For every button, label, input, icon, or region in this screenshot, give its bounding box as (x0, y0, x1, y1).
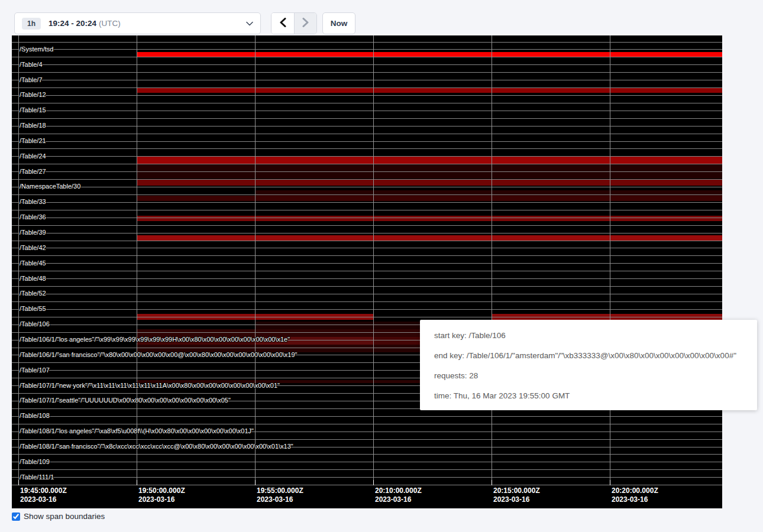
row-label: /Table/33 (20, 198, 46, 206)
tooltip-end-key: end key: /Table/106/1/"amsterdam"/"\xb33… (434, 346, 743, 366)
axis-tick (373, 480, 374, 485)
row-label: /Table/108/1/"los angeles"/"\xa8\xf5\u00… (20, 427, 254, 435)
next-time-button[interactable] (294, 13, 316, 34)
row-label: /Table/21 (20, 137, 46, 145)
show-span-boundaries-checkbox[interactable] (12, 512, 20, 521)
heat-band (137, 179, 722, 186)
heat-band (137, 196, 722, 201)
row-label: /System/tsd (20, 46, 53, 53)
heat-band (137, 216, 722, 221)
span-boundary-line (12, 424, 722, 424)
span-boundary-line (12, 164, 722, 164)
span-boundary-line (12, 469, 722, 470)
span-boundary-line (12, 42, 722, 43)
tooltip-requests: requests: 28 (434, 366, 743, 386)
row-label: /Table/55 (20, 305, 46, 313)
row-label: /Table/108/1/"san francisco"/"\x8c\xcc\x… (20, 443, 293, 450)
span-boundary-line (12, 103, 722, 103)
chevron-left-icon (280, 18, 286, 29)
row-label: /Table/106 (20, 320, 50, 328)
span-boundary-line (12, 118, 722, 119)
span-boundary-line (12, 64, 722, 65)
row-label: /Table/4 (20, 61, 43, 69)
chevron-down-icon (246, 21, 253, 26)
span-boundary-line (12, 49, 722, 50)
range-timezone: (UTC) (99, 19, 121, 28)
row-label: /Table/42 (20, 244, 46, 252)
row-label: /Table/106/1/"san francisco"/"\x80\x00\x… (20, 351, 298, 359)
chevron-right-icon (302, 18, 309, 29)
row-label: /Table/108 (20, 412, 50, 420)
now-button[interactable]: Now (322, 12, 355, 34)
span-boundary-line (12, 202, 722, 203)
span-boundary-line (12, 286, 722, 287)
span-boundary-line (12, 485, 722, 485)
span-boundary-line (12, 454, 722, 455)
span-boundary-line (12, 301, 722, 302)
time-gridline (18, 35, 19, 485)
tooltip-time: time: Thu, 16 Mar 2023 19:55:00 GMT (434, 386, 743, 406)
span-boundary-line (12, 416, 722, 417)
axis-tick (255, 480, 256, 485)
span-boundary-line (12, 263, 722, 264)
span-boundary-line (12, 126, 722, 126)
span-boundary-line (12, 462, 722, 462)
show-span-boundaries[interactable]: Show span boundaries (12, 512, 105, 521)
time-nav-group (271, 12, 317, 34)
row-label: /Table/107/1/"seattle"/"UUUUUUD\x00\x80\… (20, 397, 231, 404)
axis-tick-label: 20:20:00.000Z2023-03-16 (612, 486, 658, 504)
axis-tick (137, 480, 137, 485)
row-label: /Table/107/1/"new york"/"\x11\x11\x11\x1… (20, 382, 280, 390)
span-boundary-line (12, 87, 722, 88)
span-boundary-line (12, 134, 722, 134)
row-label: /Table/7 (20, 76, 43, 84)
range-text: 19:24 - 20:24 (49, 19, 96, 28)
row-label: /Table/12 (20, 91, 46, 99)
key-visualizer-heatmap[interactable]: 19:45:00.000Z2023-03-1619:50:00.000Z2023… (12, 35, 722, 508)
show-span-boundaries-label: Show span boundaries (24, 512, 105, 521)
span-boundary-line (12, 225, 722, 226)
hover-tooltip: start key: /Table/106 end key: /Table/10… (420, 320, 757, 410)
row-label: /Table/52 (20, 290, 46, 297)
axis-tick (610, 480, 610, 485)
row-label: /Table/111/1 (20, 473, 54, 481)
time-gridline (492, 35, 492, 485)
row-label: /Table/109 (20, 458, 50, 466)
span-boundary-line (12, 233, 722, 233)
row-label: /Table/39 (20, 229, 46, 236)
row-label: /Table/15 (20, 106, 46, 114)
row-label: /Table/107 (20, 366, 50, 374)
span-boundary-line (12, 179, 722, 180)
span-boundary-line (12, 156, 722, 157)
axis-tick-label: 20:10:00.000Z2023-03-16 (375, 486, 422, 504)
span-boundary-line (12, 271, 722, 271)
span-boundary-line (12, 171, 722, 172)
span-boundary-line (12, 294, 722, 294)
heat-band (137, 87, 722, 93)
range-duration-badge: 1h (22, 18, 41, 30)
axis-tick-label: 19:50:00.000Z2023-03-16 (138, 486, 185, 504)
span-boundary-line (12, 477, 722, 478)
span-boundary-line (12, 57, 722, 57)
tooltip-start-key: start key: /Table/106 (434, 326, 743, 346)
time-range-selector[interactable]: 1h 19:24 - 20:24 (UTC) (14, 12, 261, 34)
time-gridline (137, 35, 137, 485)
time-gridline (373, 35, 374, 485)
prev-time-button[interactable] (271, 13, 294, 34)
row-label: /Table/36 (20, 213, 46, 221)
span-boundary-line (12, 317, 722, 317)
row-label: /Table/48 (20, 275, 46, 283)
axis-tick (492, 480, 492, 485)
row-label: /Table/24 (20, 153, 46, 160)
row-label: /Table/106/1/"los angeles"/"\x99\x99\x99… (20, 336, 290, 343)
axis-tick-label: 19:55:00.000Z2023-03-16 (257, 486, 303, 504)
heat-band (137, 157, 722, 164)
row-label: /Table/45 (20, 259, 46, 267)
span-boundary-line (12, 141, 722, 142)
axis-tick (18, 480, 19, 485)
row-label: /Table/18 (20, 122, 46, 129)
span-boundary-line (12, 255, 722, 256)
span-boundary-line (12, 194, 722, 195)
span-boundary-line (12, 241, 722, 241)
row-label: /NamespaceTable/30 (20, 183, 80, 190)
